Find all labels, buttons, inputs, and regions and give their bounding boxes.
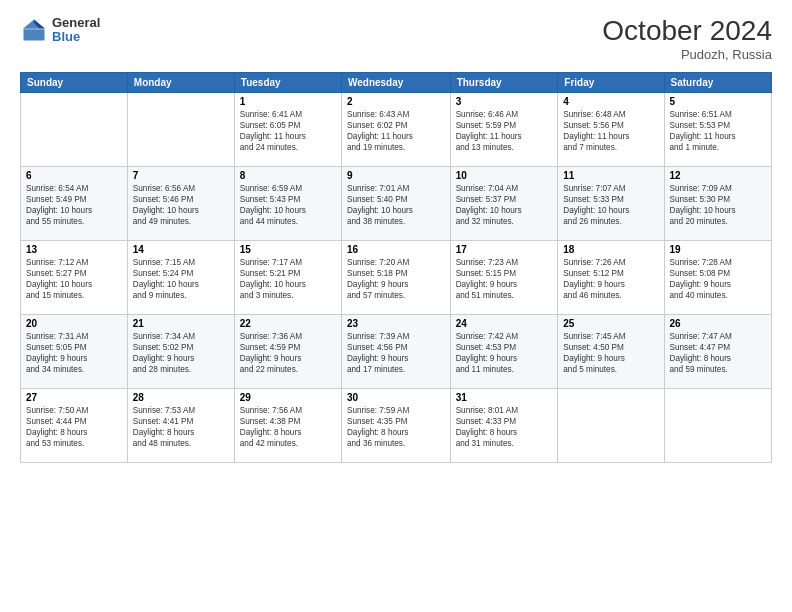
day-cell: 18Sunrise: 7:26 AM Sunset: 5:12 PM Dayli… bbox=[558, 240, 664, 314]
day-number: 11 bbox=[563, 170, 658, 181]
calendar-page: General Blue October 2024 Pudozh, Russia… bbox=[0, 0, 792, 612]
day-info: Sunrise: 6:48 AM Sunset: 5:56 PM Dayligh… bbox=[563, 109, 658, 153]
day-cell: 7Sunrise: 6:56 AM Sunset: 5:46 PM Daylig… bbox=[127, 166, 234, 240]
week-row-5: 27Sunrise: 7:50 AM Sunset: 4:44 PM Dayli… bbox=[21, 388, 772, 462]
day-info: Sunrise: 8:01 AM Sunset: 4:33 PM Dayligh… bbox=[456, 405, 553, 449]
day-cell: 4Sunrise: 6:48 AM Sunset: 5:56 PM Daylig… bbox=[558, 92, 664, 166]
day-info: Sunrise: 7:26 AM Sunset: 5:12 PM Dayligh… bbox=[563, 257, 658, 301]
day-info: Sunrise: 6:59 AM Sunset: 5:43 PM Dayligh… bbox=[240, 183, 336, 227]
day-cell: 30Sunrise: 7:59 AM Sunset: 4:35 PM Dayli… bbox=[341, 388, 450, 462]
day-info: Sunrise: 7:09 AM Sunset: 5:30 PM Dayligh… bbox=[670, 183, 766, 227]
day-info: Sunrise: 7:17 AM Sunset: 5:21 PM Dayligh… bbox=[240, 257, 336, 301]
week-row-4: 20Sunrise: 7:31 AM Sunset: 5:05 PM Dayli… bbox=[21, 314, 772, 388]
day-cell: 23Sunrise: 7:39 AM Sunset: 4:56 PM Dayli… bbox=[341, 314, 450, 388]
day-number: 15 bbox=[240, 244, 336, 255]
weekday-header-saturday: Saturday bbox=[664, 72, 771, 92]
day-cell: 31Sunrise: 8:01 AM Sunset: 4:33 PM Dayli… bbox=[450, 388, 558, 462]
day-cell bbox=[558, 388, 664, 462]
day-cell: 22Sunrise: 7:36 AM Sunset: 4:59 PM Dayli… bbox=[234, 314, 341, 388]
day-cell: 19Sunrise: 7:28 AM Sunset: 5:08 PM Dayli… bbox=[664, 240, 771, 314]
day-info: Sunrise: 7:56 AM Sunset: 4:38 PM Dayligh… bbox=[240, 405, 336, 449]
day-cell: 28Sunrise: 7:53 AM Sunset: 4:41 PM Dayli… bbox=[127, 388, 234, 462]
day-info: Sunrise: 7:42 AM Sunset: 4:53 PM Dayligh… bbox=[456, 331, 553, 375]
day-info: Sunrise: 7:50 AM Sunset: 4:44 PM Dayligh… bbox=[26, 405, 122, 449]
week-row-3: 13Sunrise: 7:12 AM Sunset: 5:27 PM Dayli… bbox=[21, 240, 772, 314]
day-info: Sunrise: 6:41 AM Sunset: 6:05 PM Dayligh… bbox=[240, 109, 336, 153]
day-cell: 24Sunrise: 7:42 AM Sunset: 4:53 PM Dayli… bbox=[450, 314, 558, 388]
weekday-header-sunday: Sunday bbox=[21, 72, 128, 92]
day-cell bbox=[127, 92, 234, 166]
day-number: 20 bbox=[26, 318, 122, 329]
day-cell: 17Sunrise: 7:23 AM Sunset: 5:15 PM Dayli… bbox=[450, 240, 558, 314]
day-cell: 26Sunrise: 7:47 AM Sunset: 4:47 PM Dayli… bbox=[664, 314, 771, 388]
day-info: Sunrise: 7:45 AM Sunset: 4:50 PM Dayligh… bbox=[563, 331, 658, 375]
day-number: 10 bbox=[456, 170, 553, 181]
day-cell: 20Sunrise: 7:31 AM Sunset: 5:05 PM Dayli… bbox=[21, 314, 128, 388]
day-number: 18 bbox=[563, 244, 658, 255]
day-number: 13 bbox=[26, 244, 122, 255]
day-info: Sunrise: 7:01 AM Sunset: 5:40 PM Dayligh… bbox=[347, 183, 445, 227]
day-cell: 3Sunrise: 6:46 AM Sunset: 5:59 PM Daylig… bbox=[450, 92, 558, 166]
day-info: Sunrise: 7:59 AM Sunset: 4:35 PM Dayligh… bbox=[347, 405, 445, 449]
svg-rect-2 bbox=[24, 29, 45, 31]
day-cell bbox=[664, 388, 771, 462]
day-number: 16 bbox=[347, 244, 445, 255]
day-info: Sunrise: 6:43 AM Sunset: 6:02 PM Dayligh… bbox=[347, 109, 445, 153]
day-cell bbox=[21, 92, 128, 166]
logo-text: General Blue bbox=[52, 16, 100, 45]
day-info: Sunrise: 7:04 AM Sunset: 5:37 PM Dayligh… bbox=[456, 183, 553, 227]
month-title: October 2024 bbox=[602, 16, 772, 47]
title-block: October 2024 Pudozh, Russia bbox=[602, 16, 772, 62]
day-number: 29 bbox=[240, 392, 336, 403]
calendar-table: SundayMondayTuesdayWednesdayThursdayFrid… bbox=[20, 72, 772, 463]
logo: General Blue bbox=[20, 16, 100, 45]
location: Pudozh, Russia bbox=[602, 47, 772, 62]
day-cell: 16Sunrise: 7:20 AM Sunset: 5:18 PM Dayli… bbox=[341, 240, 450, 314]
day-cell: 27Sunrise: 7:50 AM Sunset: 4:44 PM Dayli… bbox=[21, 388, 128, 462]
day-number: 1 bbox=[240, 96, 336, 107]
day-number: 26 bbox=[670, 318, 766, 329]
day-cell: 29Sunrise: 7:56 AM Sunset: 4:38 PM Dayli… bbox=[234, 388, 341, 462]
day-number: 31 bbox=[456, 392, 553, 403]
day-info: Sunrise: 7:23 AM Sunset: 5:15 PM Dayligh… bbox=[456, 257, 553, 301]
day-cell: 15Sunrise: 7:17 AM Sunset: 5:21 PM Dayli… bbox=[234, 240, 341, 314]
day-cell: 11Sunrise: 7:07 AM Sunset: 5:33 PM Dayli… bbox=[558, 166, 664, 240]
logo-icon bbox=[20, 16, 48, 44]
day-number: 8 bbox=[240, 170, 336, 181]
day-number: 17 bbox=[456, 244, 553, 255]
day-cell: 13Sunrise: 7:12 AM Sunset: 5:27 PM Dayli… bbox=[21, 240, 128, 314]
day-info: Sunrise: 7:20 AM Sunset: 5:18 PM Dayligh… bbox=[347, 257, 445, 301]
day-number: 22 bbox=[240, 318, 336, 329]
day-info: Sunrise: 6:56 AM Sunset: 5:46 PM Dayligh… bbox=[133, 183, 229, 227]
day-number: 6 bbox=[26, 170, 122, 181]
day-cell: 2Sunrise: 6:43 AM Sunset: 6:02 PM Daylig… bbox=[341, 92, 450, 166]
day-info: Sunrise: 7:47 AM Sunset: 4:47 PM Dayligh… bbox=[670, 331, 766, 375]
day-number: 3 bbox=[456, 96, 553, 107]
logo-blue-text: Blue bbox=[52, 30, 100, 44]
day-cell: 10Sunrise: 7:04 AM Sunset: 5:37 PM Dayli… bbox=[450, 166, 558, 240]
weekday-header-monday: Monday bbox=[127, 72, 234, 92]
day-number: 28 bbox=[133, 392, 229, 403]
day-info: Sunrise: 7:12 AM Sunset: 5:27 PM Dayligh… bbox=[26, 257, 122, 301]
weekday-header-wednesday: Wednesday bbox=[341, 72, 450, 92]
day-info: Sunrise: 7:34 AM Sunset: 5:02 PM Dayligh… bbox=[133, 331, 229, 375]
day-number: 19 bbox=[670, 244, 766, 255]
day-cell: 8Sunrise: 6:59 AM Sunset: 5:43 PM Daylig… bbox=[234, 166, 341, 240]
day-info: Sunrise: 7:36 AM Sunset: 4:59 PM Dayligh… bbox=[240, 331, 336, 375]
day-cell: 9Sunrise: 7:01 AM Sunset: 5:40 PM Daylig… bbox=[341, 166, 450, 240]
day-cell: 12Sunrise: 7:09 AM Sunset: 5:30 PM Dayli… bbox=[664, 166, 771, 240]
day-number: 5 bbox=[670, 96, 766, 107]
day-info: Sunrise: 7:31 AM Sunset: 5:05 PM Dayligh… bbox=[26, 331, 122, 375]
week-row-1: 1Sunrise: 6:41 AM Sunset: 6:05 PM Daylig… bbox=[21, 92, 772, 166]
day-info: Sunrise: 7:28 AM Sunset: 5:08 PM Dayligh… bbox=[670, 257, 766, 301]
day-number: 23 bbox=[347, 318, 445, 329]
day-info: Sunrise: 7:39 AM Sunset: 4:56 PM Dayligh… bbox=[347, 331, 445, 375]
day-number: 4 bbox=[563, 96, 658, 107]
day-number: 9 bbox=[347, 170, 445, 181]
day-number: 30 bbox=[347, 392, 445, 403]
day-info: Sunrise: 6:54 AM Sunset: 5:49 PM Dayligh… bbox=[26, 183, 122, 227]
day-number: 7 bbox=[133, 170, 229, 181]
header: General Blue October 2024 Pudozh, Russia bbox=[20, 16, 772, 62]
day-number: 21 bbox=[133, 318, 229, 329]
week-row-2: 6Sunrise: 6:54 AM Sunset: 5:49 PM Daylig… bbox=[21, 166, 772, 240]
